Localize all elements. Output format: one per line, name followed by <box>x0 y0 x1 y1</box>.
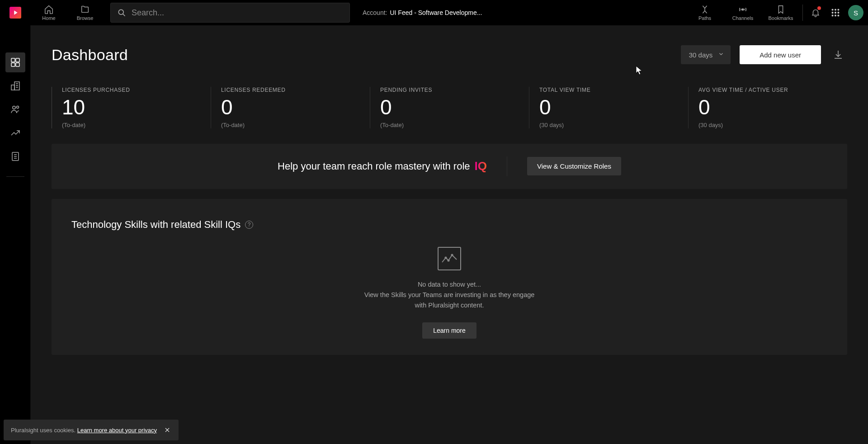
dashboard-icon <box>10 57 21 68</box>
org-icon <box>10 80 21 91</box>
nav-bookmarks[interactable]: Bookmarks <box>762 5 800 21</box>
svg-point-11 <box>832 15 833 16</box>
divider <box>507 156 507 176</box>
brand-logo[interactable] <box>0 7 31 19</box>
skills-title: Technology Skills with related Skill IQs <box>71 219 241 231</box>
stat-value: 0 <box>380 96 519 119</box>
home-icon <box>44 5 54 14</box>
stat-label: PENDING INVITES <box>380 87 519 93</box>
empty-line-2: View the Skills your Teams are investing… <box>359 290 540 311</box>
user-avatar[interactable]: S <box>848 5 863 20</box>
empty-state-text: No data to show yet... View the Skills y… <box>359 279 540 311</box>
svg-line-2 <box>123 14 125 16</box>
account-value: UI Feed - Software Developme... <box>390 9 482 16</box>
svg-rect-15 <box>16 58 19 62</box>
cookie-close-button[interactable] <box>163 426 171 434</box>
stat-sub: (30 days) <box>698 122 837 128</box>
nav-channels[interactable]: Channels <box>724 5 762 21</box>
cookie-toast: Pluralsight uses cookies. Learn more abo… <box>4 420 179 440</box>
svg-point-7 <box>838 9 839 10</box>
cookie-privacy-link[interactable]: Learn more about your privacy <box>77 427 157 434</box>
add-user-button[interactable]: Add new user <box>740 45 821 64</box>
stat-pending-invites: PENDING INVITES 0 (To-date) <box>370 87 529 128</box>
page-title: Dashboard <box>52 46 128 64</box>
nav-home[interactable]: Home <box>31 0 67 25</box>
dashboard-header: Dashboard 30 days Add new user <box>52 45 847 64</box>
log-icon <box>10 151 21 162</box>
nav-browse[interactable]: Browse <box>67 0 103 25</box>
svg-point-5 <box>832 9 833 10</box>
svg-rect-17 <box>16 63 19 66</box>
svg-point-23 <box>12 106 15 109</box>
stat-label: AVG VIEW TIME / ACTIVE USER <box>698 87 837 93</box>
stat-label: LICENSES PURCHASED <box>62 87 201 93</box>
download-button[interactable] <box>829 46 847 64</box>
search-input[interactable] <box>132 8 343 18</box>
main-content: Dashboard 30 days Add new user LICENSES … <box>31 25 868 444</box>
notification-dot <box>817 6 821 10</box>
paths-icon <box>700 5 710 14</box>
svg-rect-16 <box>11 63 15 66</box>
rail-people[interactable] <box>5 99 25 119</box>
avatar-initial: S <box>854 9 858 17</box>
apps-button[interactable] <box>826 3 845 23</box>
svg-marker-0 <box>14 10 17 14</box>
search-bar[interactable] <box>110 3 350 23</box>
svg-point-4 <box>742 9 744 10</box>
side-rail <box>0 25 31 444</box>
bookmark-icon <box>776 5 786 14</box>
stat-value: 10 <box>62 96 201 119</box>
rail-org[interactable] <box>5 76 25 96</box>
nav-paths-label: Paths <box>698 15 711 21</box>
skills-card: Technology Skills with related Skill IQs… <box>52 199 847 355</box>
stat-licenses-redeemed: LICENSES REDEEMED 0 (To-date) <box>211 87 370 128</box>
rail-dashboard[interactable] <box>5 52 25 72</box>
role-iq-text: Help your team reach role mastery with r… <box>278 159 487 173</box>
svg-point-1 <box>118 9 123 14</box>
svg-point-6 <box>835 9 836 10</box>
help-icon[interactable]: ? <box>245 221 253 229</box>
iq-badge: IQ <box>475 159 487 173</box>
learn-more-button[interactable]: Learn more <box>422 322 476 339</box>
date-range-value: 30 days <box>689 51 713 59</box>
role-iq-sentence: Help your team reach role mastery with r… <box>278 161 470 172</box>
rail-analytics[interactable] <box>5 123 25 143</box>
channels-icon <box>738 5 748 14</box>
stat-licenses-purchased: LICENSES PURCHASED 10 (To-date) <box>52 87 211 128</box>
stat-sub: (To-date) <box>380 122 519 128</box>
chevron-down-icon <box>718 51 724 59</box>
people-icon <box>10 104 21 115</box>
notifications-button[interactable] <box>806 3 826 23</box>
svg-point-9 <box>835 12 836 14</box>
stat-avg-view-time: AVG VIEW TIME / ACTIVE USER 0 (30 days) <box>688 87 847 128</box>
nav-paths[interactable]: Paths <box>686 5 724 21</box>
stat-label: TOTAL VIEW TIME <box>539 87 678 93</box>
play-icon <box>12 9 19 16</box>
account-switcher[interactable]: Account: UI Feed - Software Developme... <box>363 9 482 16</box>
empty-state-icon <box>438 247 461 270</box>
download-icon <box>833 49 844 60</box>
stat-label: LICENSES REDEEMED <box>221 87 360 93</box>
view-roles-button[interactable]: View & Customize Roles <box>527 157 621 175</box>
rail-divider <box>6 176 24 177</box>
nav-bookmarks-label: Bookmarks <box>768 15 793 21</box>
role-iq-banner: Help your team reach role mastery with r… <box>52 144 847 189</box>
cookie-text: Pluralsight uses cookies. <box>11 427 75 434</box>
svg-point-10 <box>838 12 839 14</box>
svg-point-13 <box>838 15 839 16</box>
date-range-select[interactable]: 30 days <box>681 45 731 64</box>
browse-icon <box>80 5 90 14</box>
grid-icon <box>830 8 840 18</box>
search-icon <box>117 8 126 17</box>
top-bar: Home Browse Account: UI Feed - Software … <box>0 0 868 25</box>
svg-point-8 <box>832 12 833 14</box>
empty-line-1: No data to show yet... <box>359 279 540 290</box>
primary-nav: Home Browse <box>31 0 103 25</box>
svg-rect-18 <box>11 85 14 90</box>
analytics-icon <box>10 128 21 138</box>
secondary-nav: Paths Channels Bookmarks S <box>686 0 863 25</box>
svg-point-12 <box>835 15 836 16</box>
stat-value: 0 <box>539 96 678 119</box>
logo-mark <box>9 7 21 19</box>
rail-log[interactable] <box>5 146 25 166</box>
